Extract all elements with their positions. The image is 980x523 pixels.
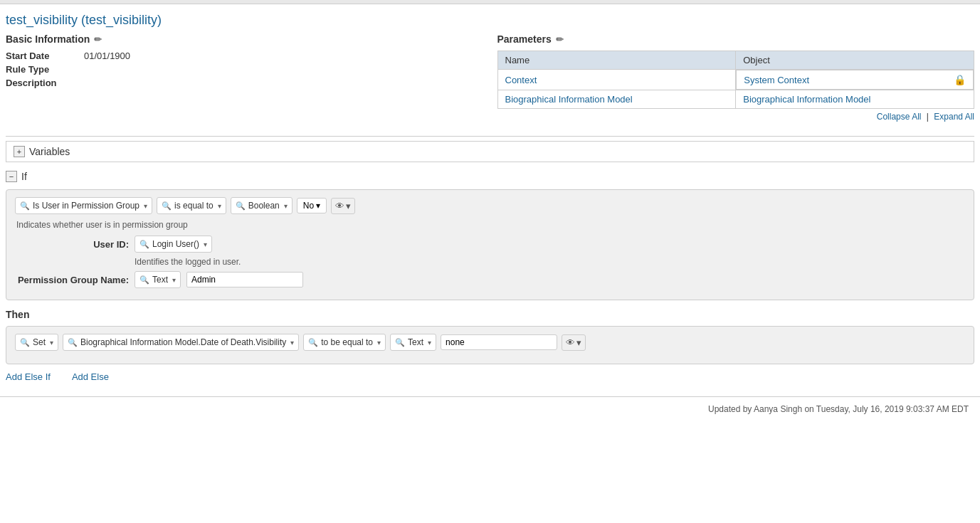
then-action-row: 🔍 Set ▾ 🔍 Biographical Information Model… xyxy=(15,334,965,351)
permgroup-type-dropdown[interactable]: 🔍 Text ▾ xyxy=(135,271,181,288)
collapse-expand-bar: Collapse All | Expand All xyxy=(497,109,975,125)
then-type-search-icon: 🔍 xyxy=(395,338,405,347)
if-section: − If 🔍 Is User in Permission Group ▾ 🔍 i… xyxy=(6,171,974,300)
condition-operator-label: is equal to xyxy=(174,201,214,211)
permgroup-type-caret: ▾ xyxy=(172,276,176,284)
userid-row: User ID: 🔍 Login User() ▾ xyxy=(15,236,965,253)
then-type-dropdown[interactable]: 🔍 Text ▾ xyxy=(390,334,436,351)
parameters-edit-icon[interactable]: ✏ xyxy=(556,34,564,45)
params-col-name: Name xyxy=(497,51,736,70)
if-collapse-icon[interactable]: − xyxy=(6,171,17,182)
params-row1-object: System Context 🔒 xyxy=(736,70,974,90)
then-box: 🔍 Set ▾ 🔍 Biographical Information Model… xyxy=(6,326,974,364)
parameters-header: Parameters xyxy=(497,33,552,45)
condition-description: Indicates whether user is in permission … xyxy=(16,220,965,230)
description-label: Description xyxy=(6,78,77,88)
variables-section: + Variables xyxy=(6,141,974,162)
then-type-caret: ▾ xyxy=(428,339,431,347)
then-field-search-icon: 🔍 xyxy=(68,338,78,347)
params-row1-name: Context xyxy=(497,70,736,90)
eye-icon: 👁 xyxy=(335,201,344,211)
rule-type-label: Rule Type xyxy=(6,64,77,75)
userid-label: User ID: xyxy=(15,239,129,250)
condition-type-label: Boolean xyxy=(248,201,280,211)
then-operator-label: to be equal to xyxy=(321,337,373,347)
condition-value-dropdown[interactable]: No ▾ xyxy=(297,198,327,213)
params-row2-name[interactable]: Biographical Information Model xyxy=(497,90,736,109)
then-eye-caret: ▾ xyxy=(576,337,581,348)
then-field-label: Biographical Information Model.Date of D… xyxy=(80,337,286,347)
collapse-all-link[interactable]: Collapse All xyxy=(877,112,922,122)
then-eye-button[interactable]: 👁 ▾ xyxy=(562,334,586,351)
if-header-label: If xyxy=(21,171,27,182)
start-date-label: Start Date xyxy=(6,51,77,61)
permgroup-value-input[interactable] xyxy=(186,272,303,287)
params-row2-object[interactable]: Biographical Information Model xyxy=(736,90,974,109)
then-set-dropdown[interactable]: 🔍 Set ▾ xyxy=(15,334,58,351)
condition-op-search-icon: 🔍 xyxy=(162,201,172,211)
condition-operator-dropdown[interactable]: 🔍 is equal to ▾ xyxy=(157,197,226,214)
condition-box: 🔍 Is User in Permission Group ▾ 🔍 is equ… xyxy=(6,189,974,300)
userid-description: Identifies the logged in user. xyxy=(135,257,965,267)
userid-value-label: Login User() xyxy=(152,239,199,249)
basic-info-header: Basic Information xyxy=(6,33,90,45)
permgroup-search-icon: 🔍 xyxy=(139,275,149,285)
start-date-value: 01/01/1900 xyxy=(84,51,130,61)
condition-eye-button[interactable]: 👁 ▾ xyxy=(331,198,355,214)
then-op-caret: ▾ xyxy=(377,339,381,347)
condition-row: 🔍 Is User in Permission Group ▾ 🔍 is equ… xyxy=(15,197,965,214)
permgroup-label: Permission Group Name: xyxy=(15,275,129,285)
add-links: Add Else If Add Else xyxy=(6,371,974,382)
permgroup-type-label: Text xyxy=(152,275,168,285)
then-op-search-icon: 🔍 xyxy=(308,338,318,347)
condition-value-label: No xyxy=(303,201,314,211)
condition-op-caret: ▾ xyxy=(218,202,221,210)
userid-search-icon: 🔍 xyxy=(139,240,149,249)
separator: | xyxy=(927,112,929,122)
params-row1-object-value: System Context xyxy=(744,75,809,85)
condition-type-caret: ▾ xyxy=(284,202,288,210)
variables-expand-icon[interactable]: + xyxy=(14,146,25,157)
then-set-caret: ▾ xyxy=(50,339,53,347)
params-row-1: Context System Context 🔒 xyxy=(497,70,974,90)
userid-value-dropdown[interactable]: 🔍 Login User() ▾ xyxy=(135,236,212,253)
then-header-label: Then xyxy=(6,309,974,320)
eye-caret: ▾ xyxy=(346,201,351,211)
parameters-table: Name Object Context System Context 🔒 Bio… xyxy=(497,51,975,109)
basic-info-edit-icon[interactable]: ✏ xyxy=(94,34,102,45)
params-col-object: Object xyxy=(736,51,974,70)
then-set-search-icon: 🔍 xyxy=(20,338,30,347)
add-else-if-link[interactable]: Add Else If xyxy=(6,371,51,382)
then-set-label: Set xyxy=(33,337,46,347)
lock-icon: 🔒 xyxy=(954,74,966,85)
then-field-dropdown[interactable]: 🔍 Biographical Information Model.Date of… xyxy=(63,334,299,351)
condition-function-label: Is User in Permission Group xyxy=(33,201,139,211)
condition-type-search-icon: 🔍 xyxy=(236,201,246,211)
params-row-2: Biographical Information Model Biographi… xyxy=(497,90,974,109)
condition-search-icon: 🔍 xyxy=(20,201,30,211)
then-operator-dropdown[interactable]: 🔍 to be equal to ▾ xyxy=(303,334,386,351)
then-field-caret: ▾ xyxy=(290,339,294,347)
userid-value-caret: ▾ xyxy=(204,241,207,248)
add-else-link[interactable]: Add Else xyxy=(72,371,109,382)
then-eye-icon: 👁 xyxy=(566,337,575,348)
footer-updated-text: Updated by Aanya Singh on Tuesday, July … xyxy=(708,404,969,414)
condition-function-caret: ▾ xyxy=(144,202,147,210)
then-value-input[interactable] xyxy=(441,334,557,350)
page-title: test_visibility (test_visibility) xyxy=(0,4,980,33)
condition-value-caret: ▾ xyxy=(316,201,320,211)
footer: Updated by Aanya Singh on Tuesday, July … xyxy=(0,396,980,421)
condition-type-dropdown[interactable]: 🔍 Boolean ▾ xyxy=(231,197,293,214)
variables-header-label: Variables xyxy=(29,146,70,157)
permgroup-row: Permission Group Name: 🔍 Text ▾ xyxy=(15,271,965,288)
expand-all-link[interactable]: Expand All xyxy=(934,112,974,122)
then-type-label: Text xyxy=(408,337,423,347)
condition-function-dropdown[interactable]: 🔍 Is User in Permission Group ▾ xyxy=(15,197,152,214)
then-section: Then 🔍 Set ▾ 🔍 Biographical Information … xyxy=(6,309,974,364)
